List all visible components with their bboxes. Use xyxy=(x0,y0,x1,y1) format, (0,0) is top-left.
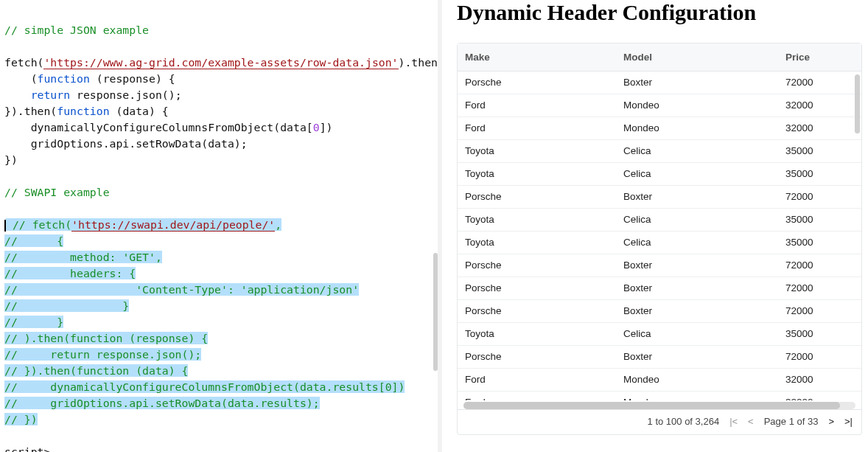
cell-price: 35000 xyxy=(778,140,861,162)
table-row[interactable]: ToyotaCelica35000 xyxy=(458,323,861,346)
grid-horizontal-scrollbar-track[interactable] xyxy=(463,402,855,409)
code-string: 'https://www.ag-grid.com/example-assets/… xyxy=(43,56,398,69)
cell-make: Ford xyxy=(458,117,616,139)
code-selection: : xyxy=(228,283,241,296)
table-row[interactable]: PorscheBoxter72000 xyxy=(458,72,861,94)
code-selection: // ).then(function (response) { xyxy=(4,332,208,344)
code-comment: // simple JSON example xyxy=(4,24,149,36)
table-row[interactable]: ToyotaCelica35000 xyxy=(458,232,861,254)
table-row[interactable]: ToyotaCelica35000 xyxy=(458,209,861,232)
table-row[interactable]: FordMondeo32000 xyxy=(458,117,861,140)
cell-make: Porsche xyxy=(458,300,616,322)
code-selection: method: xyxy=(70,251,116,263)
table-row[interactable]: FordMondeo32000 xyxy=(458,392,861,400)
cell-price: 72000 xyxy=(778,72,861,94)
pager-range-text: 1 to 100 of 3,264 xyxy=(648,416,720,427)
grid-header-row: Make Model Price xyxy=(458,44,861,72)
cell-price: 72000 xyxy=(778,277,861,299)
code-selection: // return response.json(); xyxy=(4,348,201,361)
cell-model: Celica xyxy=(616,323,778,345)
editor-scrollbar-thumb[interactable] xyxy=(433,253,438,371)
pager-last-button[interactable]: >| xyxy=(844,416,853,427)
code-text: }).then( xyxy=(4,105,57,117)
cell-make: Porsche xyxy=(458,186,616,208)
cell-model: Mondeo xyxy=(616,392,778,400)
code-keyword: return xyxy=(31,88,70,101)
cell-model: Celica xyxy=(616,163,778,185)
code-selection: 'https://swapi.dev/api/people/' xyxy=(71,218,275,232)
cell-price: 32000 xyxy=(778,369,861,391)
code-text: (data) { xyxy=(110,105,169,117)
table-row[interactable]: FordMondeo32000 xyxy=(458,94,861,117)
cell-price: 72000 xyxy=(778,346,861,368)
cell-model: Boxter xyxy=(616,346,778,368)
code-selection: 'application/json' xyxy=(241,283,359,296)
cell-make: Ford xyxy=(458,369,616,391)
cell-model: Boxter xyxy=(616,300,778,322)
table-row[interactable]: PorscheBoxter72000 xyxy=(458,277,861,300)
cell-model: Celica xyxy=(616,140,778,162)
code-selection: // } xyxy=(4,316,63,328)
cell-model: Boxter xyxy=(616,186,778,208)
cell-model: Mondeo xyxy=(616,94,778,117)
grid-pager: 1 to 100 of 3,264 |< < Page 1 of 33 > >| xyxy=(458,409,861,434)
pager-prev-button[interactable]: < xyxy=(748,416,754,427)
code-selection: headers: xyxy=(70,267,122,279)
code-keyword: function xyxy=(57,105,109,117)
grid-vertical-scrollbar-thumb[interactable] xyxy=(855,74,860,133)
cell-price: 32000 xyxy=(778,94,861,117)
code-text: }) xyxy=(4,153,18,166)
code-text: fetch( xyxy=(4,56,43,69)
code-text: script> xyxy=(4,445,50,452)
cell-make: Ford xyxy=(458,392,616,400)
pager-first-button[interactable]: |< xyxy=(729,416,738,427)
code-selection: 'GET' xyxy=(122,251,155,263)
table-row[interactable]: PorscheBoxter72000 xyxy=(458,186,861,209)
cell-price: 72000 xyxy=(778,254,861,277)
cell-model: Boxter xyxy=(616,254,778,277)
cell-make: Porsche xyxy=(458,277,616,299)
code-selection: // fetch( xyxy=(6,218,71,231)
code-selection: // dynamicallyConfigureColumnsFromObject… xyxy=(4,380,405,393)
column-header-make[interactable]: Make xyxy=(458,44,616,71)
data-grid[interactable]: Make Model Price PorscheBoxter72000FordM… xyxy=(457,43,862,435)
cell-model: Mondeo xyxy=(616,117,778,139)
table-row[interactable]: ToyotaCelica35000 xyxy=(458,163,861,186)
grid-horizontal-scrollbar-thumb[interactable] xyxy=(463,402,840,409)
cell-model: Boxter xyxy=(616,277,778,299)
code-text: (response) { xyxy=(90,72,175,85)
table-row[interactable]: ToyotaCelica35000 xyxy=(458,140,861,163)
code-selection: 'Content-Type' xyxy=(136,283,228,296)
table-row[interactable]: FordMondeo32000 xyxy=(458,369,861,392)
cell-price: 32000 xyxy=(778,117,861,139)
grid-body[interactable]: PorscheBoxter72000FordMondeo32000FordMon… xyxy=(458,72,861,400)
cell-make: Porsche xyxy=(458,346,616,368)
code-selection: // xyxy=(4,251,70,263)
table-row[interactable]: PorscheBoxter72000 xyxy=(458,254,861,277)
table-row[interactable]: PorscheBoxter72000 xyxy=(458,300,861,323)
cell-make: Toyota xyxy=(458,232,616,254)
cell-make: Porsche xyxy=(458,254,616,277)
code-selection: // }).then(function (data) { xyxy=(4,364,188,377)
code-selection: // { xyxy=(4,234,63,247)
cell-price: 72000 xyxy=(778,186,861,208)
cell-price: 35000 xyxy=(778,163,861,185)
pager-page-info: Page 1 of 33 xyxy=(764,416,819,427)
column-header-model[interactable]: Model xyxy=(616,44,778,71)
cell-make: Toyota xyxy=(458,140,616,162)
code-text: ).then xyxy=(399,56,438,69)
cell-price: 72000 xyxy=(778,300,861,322)
table-row[interactable]: PorscheBoxter72000 xyxy=(458,346,861,369)
cell-make: Porsche xyxy=(458,72,616,94)
code-selection: // } xyxy=(4,299,129,312)
code-text: ( xyxy=(4,72,38,85)
code-number: 0 xyxy=(313,121,320,133)
code-selection: // gridOptions.api.setRowData(data.resul… xyxy=(4,397,320,409)
cell-price: 35000 xyxy=(778,232,861,254)
column-header-price[interactable]: Price xyxy=(778,44,861,71)
pager-next-button[interactable]: > xyxy=(828,416,834,427)
code-text xyxy=(4,88,31,101)
cell-price: 32000 xyxy=(778,392,861,400)
code-editor-pane[interactable]: // simple JSON example fetch('https://ww… xyxy=(0,0,442,452)
code-text: dynamicallyConfigureColumnsFromObject(da… xyxy=(4,121,313,133)
